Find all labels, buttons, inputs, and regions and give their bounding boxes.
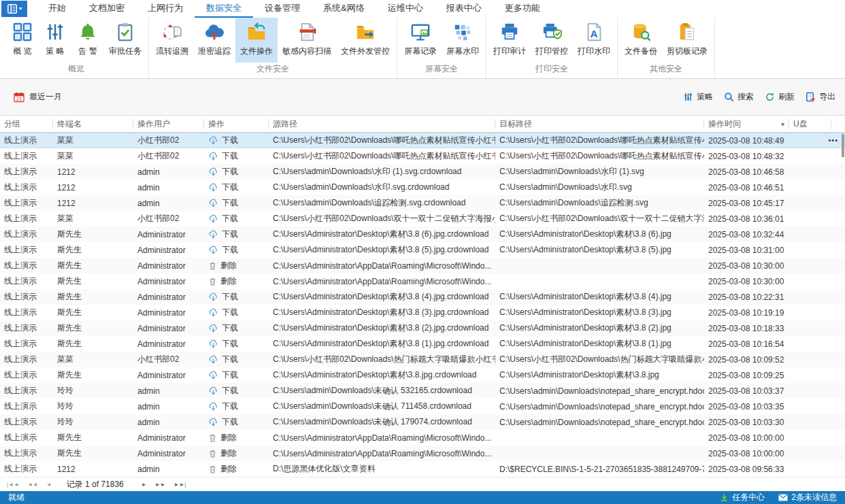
column-header-1[interactable]: 终端名	[53, 119, 133, 129]
table-row[interactable]: 线上演示斯先生Administrator删除C:\Users\Administr…	[0, 446, 845, 461]
cell-group: 线上演示	[0, 448, 53, 459]
cell-target-path: C:\Users\Administrator\Desktop\素材\3.8 (1…	[495, 338, 704, 350]
table-row[interactable]: 线上演示菜菜小红书部02下载C:\Users\小红书部02\Downloads\…	[0, 211, 845, 226]
ribbon-button-1-0[interactable]: 流转追溯	[151, 18, 193, 63]
pager-prev-page-button[interactable]: ◄◄	[27, 482, 38, 488]
pager-next-button[interactable]: ►	[142, 482, 147, 488]
cell-target-path: C:\Users\admin\Downloads\水印 (1).svg	[495, 166, 704, 178]
table-row[interactable]: 线上演示斯先生Administrator下载C:\Users\Administr…	[0, 336, 845, 352]
ribbon-button-3-2[interactable]: A打印水印	[573, 18, 615, 63]
vertical-scrollbar-thumb[interactable]	[842, 134, 844, 157]
cell-operation: 下载	[204, 182, 269, 193]
date-range-filter[interactable]: 23 最近一月	[14, 91, 62, 103]
table-row[interactable]: 线上演示斯先生Administrator下载C:\Users\Administr…	[0, 242, 845, 258]
cell-source-path: C:\Users\小红书部02\Downloads\哪吒热点素材贴纸宣传小红书封…	[269, 150, 495, 162]
table-row[interactable]: 线上演示1212admin下载C:\Users\admin\Downloads\…	[0, 164, 845, 180]
table-row[interactable]: 线上演示1212admin删除D:\思源黑体优化版\文章资料D:\$RECYCL…	[0, 461, 845, 477]
tab-3[interactable]: 数据安全	[195, 0, 253, 18]
ribbon-button-1-3[interactable]: 敏感内容扫描	[278, 18, 336, 63]
ribbon-button-0-2[interactable]: 告 警	[71, 18, 104, 63]
ribbon-button-1-2[interactable]: 文件操作	[235, 18, 278, 63]
cell-user: 小红书部02	[133, 135, 204, 146]
cell-group: 线上演示	[0, 166, 53, 178]
row-actions-menu[interactable]: •••	[828, 133, 838, 148]
table-row[interactable]: 线上演示斯先生Administrator删除C:\Users\Administr…	[0, 258, 845, 273]
cell-terminal: 1212	[53, 167, 133, 177]
cell-source-path: C:\Users\Administrator\Desktop\素材\3.8 (5…	[269, 244, 495, 256]
tab-8[interactable]: 更多功能	[493, 0, 552, 18]
cell-group: 线上演示	[0, 135, 53, 146]
column-header-0[interactable]: 分组	[0, 119, 53, 129]
export-icon	[806, 92, 816, 102]
unread-messages-button[interactable]: 2条未读信息	[778, 492, 837, 503]
table-row[interactable]: 线上演示斯先生Administrator下载C:\Users\Administr…	[0, 226, 845, 242]
table-row[interactable]: 线上演示斯先生Administrator下载C:\Users\Administr…	[0, 320, 845, 336]
cell-user: Administrator	[133, 339, 204, 349]
filter-action-0[interactable]: 策略	[683, 91, 713, 103]
filter-action-3[interactable]: 导出	[806, 91, 835, 103]
tab-0[interactable]: 开始	[37, 0, 78, 18]
ribbon-button-2-1[interactable]: 屏幕水印	[442, 18, 484, 63]
table-row[interactable]: 线上演示菜菜小红书部02下载C:\Users\小红书部02\Downloads\…	[0, 352, 845, 367]
table-row[interactable]: 线上演示玲玲admin下载C:\Users\admin\Downloads\未确…	[0, 383, 845, 399]
ribbon-button-1-4[interactable]: 文件外发管控	[336, 18, 395, 63]
pager-last-button[interactable]: ►►|	[174, 482, 186, 488]
filter-action-2[interactable]: 刷新	[765, 91, 795, 103]
status-bar: 就绪 任务中心 2条未读信息	[0, 491, 845, 504]
ribbon-button-0-3[interactable]: 审批任务	[104, 18, 146, 63]
ribbon-button-3-0[interactable]: 打印审计	[488, 18, 531, 63]
operation-label: 下载	[222, 150, 238, 162]
column-header-6[interactable]: 操作时间▾	[704, 119, 789, 129]
ribbon-button-0-1[interactable]: 策 略	[39, 18, 71, 63]
table-row[interactable]: 线上演示斯先生Administrator删除C:\Users\Administr…	[0, 430, 845, 446]
tab-7[interactable]: 报表中心	[435, 0, 493, 18]
operation-label: 下载	[222, 369, 238, 381]
ribbon-button-3-1[interactable]: 打印管控	[531, 18, 573, 63]
table-row[interactable]: 线上演示玲玲admin下载C:\Users\admin\Downloads\未确…	[0, 399, 845, 414]
table-row[interactable]: 线上演示玲玲admin下载C:\Users\admin\Downloads\未确…	[0, 414, 845, 430]
cell-target-path: C:\Users\admin\Downloads\notepad_share_e…	[495, 418, 704, 427]
filter-action-1[interactable]: 搜索	[724, 91, 754, 103]
column-filter-dropdown-icon[interactable]: ▾	[781, 119, 784, 129]
ribbon-button-0-0[interactable]: 概 览	[6, 18, 39, 63]
ribbon-button-1-1[interactable]: 泄密追踪	[193, 18, 235, 63]
ribbon-button-label: 策 略	[46, 46, 64, 57]
table-row[interactable]: 线上演示斯先生Administrator下载C:\Users\Administr…	[0, 367, 845, 383]
tab-4[interactable]: 设备管理	[253, 0, 312, 18]
table-row[interactable]: 线上演示斯先生Administrator下载C:\Users\Administr…	[0, 305, 845, 320]
column-header-7[interactable]: U盘	[789, 119, 831, 129]
cell-group: 线上演示	[0, 307, 53, 318]
ribbon-tabs: 开始文档加密上网行为数据安全设备管理系统&网络运维中心报表中心更多功能	[37, 0, 552, 18]
column-header-3[interactable]: 操作	[204, 119, 269, 129]
column-header-2[interactable]: 操作用户	[133, 119, 204, 129]
cell-time: 2025-03-08 10:32:44	[704, 230, 789, 239]
tab-5[interactable]: 系统&网络	[312, 0, 376, 18]
table-row[interactable]: 线上演示1212admin下载C:\Users\admin\Downloads\…	[0, 195, 845, 211]
pager-next-page-button[interactable]: ►►	[155, 482, 166, 488]
task-center-button[interactable]: 任务中心	[720, 492, 765, 503]
app-menu-button[interactable]: ▾	[1, 1, 27, 17]
ribbon-button-label: 告 警	[78, 46, 97, 57]
table-row[interactable]: 线上演示菜菜小红书部02下载C:\Users\小红书部02\Downloads\…	[0, 133, 845, 148]
ribbon-button-4-1[interactable]: 剪切板记录	[662, 18, 712, 63]
table-row[interactable]: 线上演示斯先生Administrator删除C:\Users\Administr…	[0, 273, 845, 289]
tab-2[interactable]: 上网行为	[136, 0, 195, 18]
column-header-5[interactable]: 目标路径	[495, 119, 704, 129]
tab-1[interactable]: 文档加密	[78, 0, 136, 18]
tab-6[interactable]: 运维中心	[376, 0, 435, 18]
download-icon	[208, 246, 218, 255]
ribbon-button-4-0[interactable]: 文件备份	[620, 18, 662, 63]
cell-terminal: 菜菜	[53, 135, 133, 146]
table-row[interactable]: 线上演示1212admin下载C:\Users\admin\Downloads\…	[0, 180, 845, 195]
table-row[interactable]: 线上演示斯先生Administrator下载C:\Users\Administr…	[0, 289, 845, 305]
ribbon-button-2-0[interactable]: 屏幕记录	[399, 18, 442, 63]
cell-source-path: C:\Users\admin\Downloads\未确认 532165.crdo…	[269, 385, 495, 397]
column-header-8[interactable]	[831, 119, 845, 129]
pager-prev-button[interactable]: ◄	[46, 482, 52, 488]
download-icon	[208, 199, 218, 208]
column-header-4[interactable]: 源路径	[269, 119, 495, 129]
cell-operation: 下载	[204, 401, 269, 412]
table-row[interactable]: 线上演示菜菜小红书部02下载C:\Users\小红书部02\Downloads\…	[0, 148, 845, 164]
ribbon-group-0: 概 览策 略告 警审批任务概览	[4, 18, 149, 78]
pager-first-button[interactable]: |◄◄	[7, 482, 19, 488]
